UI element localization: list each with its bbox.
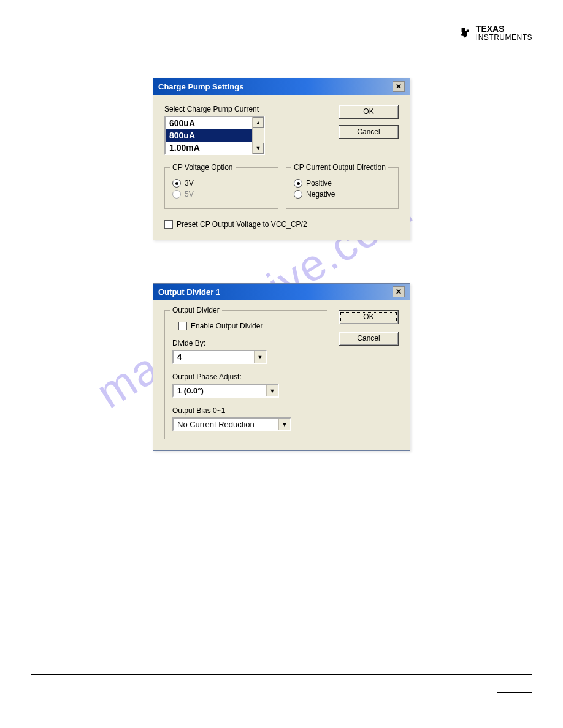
radio-3v[interactable]: 3V (172, 179, 270, 188)
checkbox-icon (178, 322, 187, 330)
dialog-title: Charge Pump Settings (158, 82, 243, 91)
radio-negative[interactable]: Negative (294, 190, 391, 199)
footer-box (497, 692, 532, 707)
scroll-up-icon[interactable]: ▲ (253, 117, 264, 128)
radio-positive[interactable]: Positive (294, 179, 391, 188)
scroll-down-icon[interactable]: ▼ (253, 143, 264, 154)
chevron-down-icon[interactable]: ▼ (254, 351, 266, 363)
output-bias-label: Output Bias 0~1 (172, 406, 320, 415)
list-item[interactable]: 600uA (166, 117, 264, 129)
charge-pump-settings-dialog: Charge Pump Settings ✕ Select Charge Pum… (153, 78, 410, 240)
footer-rule (31, 674, 532, 675)
output-divider-group: Output Divider Enable Output Divider Div… (164, 310, 327, 439)
page-header: TEXAS INSTRUMENTS (31, 25, 532, 42)
divide-by-combo[interactable]: 4 ▼ (172, 350, 267, 364)
cancel-button[interactable]: Cancel (339, 332, 399, 346)
chevron-down-icon[interactable]: ▼ (266, 385, 278, 396)
brand-bottom: INSTRUMENTS (476, 33, 532, 42)
charge-pump-current-listbox[interactable]: 600uA 800uA 1.00mA ▲ ▼ (164, 116, 265, 155)
ok-button[interactable]: OK (339, 105, 399, 119)
ti-chip-icon (459, 26, 472, 40)
output-divider-dialog: Output Divider 1 ✕ Output Divider Enable… (153, 283, 410, 451)
radio-icon (172, 190, 181, 199)
scrollbar[interactable]: ▲ ▼ (252, 117, 264, 154)
close-icon[interactable]: ✕ (393, 81, 405, 92)
brand-top: TEXAS (476, 25, 532, 33)
ti-logo: TEXAS INSTRUMENTS (459, 25, 532, 42)
chevron-down-icon[interactable]: ▼ (278, 419, 290, 430)
divide-by-label: Divide By: (172, 339, 320, 347)
phase-adjust-label: Output Phase Adjust: (172, 373, 320, 381)
preset-checkbox-row[interactable]: Preset CP Output Voltage to VCC_CP/2 (164, 220, 399, 229)
phase-adjust-combo[interactable]: 1 (0.0°) ▼ (172, 384, 279, 398)
cp-direction-group: CP Current Output Direction Positive Neg… (286, 167, 399, 209)
list-item[interactable]: 800uA (166, 129, 264, 142)
cancel-button[interactable]: Cancel (339, 125, 399, 139)
close-icon[interactable]: ✕ (393, 286, 405, 297)
list-item[interactable]: 1.00mA (166, 142, 264, 154)
charge-pump-current-label: Select Charge Pump Current (164, 105, 265, 113)
ok-button[interactable]: OK (339, 310, 399, 324)
checkbox-icon (164, 220, 173, 229)
radio-5v: 5V (172, 190, 270, 199)
output-bias-combo[interactable]: No Current Reduction ▼ (172, 417, 291, 431)
enable-output-divider-checkbox[interactable]: Enable Output Divider (178, 322, 320, 330)
dialog-title: Output Divider 1 (158, 287, 220, 297)
header-rule (31, 47, 532, 47)
cp-voltage-group: CP Voltage Option 3V 5V (164, 167, 278, 209)
radio-icon (294, 179, 302, 188)
radio-icon (294, 190, 302, 199)
radio-icon (172, 179, 181, 188)
dialog-titlebar[interactable]: Charge Pump Settings ✕ (153, 78, 410, 95)
dialog-titlebar[interactable]: Output Divider 1 ✕ (153, 284, 410, 300)
